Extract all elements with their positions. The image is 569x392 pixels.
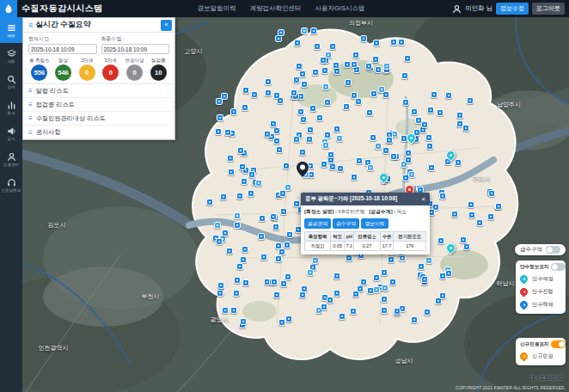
edit-info-button[interactable]: 정보수정 bbox=[496, 3, 529, 15]
station-marker[interactable] bbox=[463, 243, 470, 250]
station-marker[interactable] bbox=[339, 313, 346, 320]
station-marker[interactable] bbox=[439, 273, 446, 279]
station-marker[interactable] bbox=[467, 97, 474, 104]
station-marker[interactable] bbox=[375, 66, 382, 73]
station-marker[interactable] bbox=[273, 291, 280, 298]
station-marker[interactable] bbox=[431, 91, 437, 98]
station-marker[interactable] bbox=[248, 171, 255, 178]
station-marker[interactable] bbox=[390, 153, 397, 160]
collapse-panel-button[interactable]: « bbox=[161, 20, 172, 31]
station-marker[interactable] bbox=[234, 222, 241, 229]
outage-toggle[interactable] bbox=[551, 263, 566, 271]
station-marker[interactable] bbox=[418, 263, 425, 270]
station-marker[interactable] bbox=[329, 43, 336, 50]
station-marker[interactable] bbox=[321, 161, 327, 168]
station-marker[interactable] bbox=[215, 128, 222, 135]
popup-action-button[interactable]: 경보이력 bbox=[361, 218, 388, 229]
station-marker[interactable] bbox=[366, 109, 373, 116]
station-marker[interactable] bbox=[327, 297, 333, 303]
station-marker[interactable] bbox=[381, 269, 388, 276]
station-marker[interactable] bbox=[324, 132, 331, 138]
station-marker[interactable] bbox=[401, 72, 408, 79]
station-marker[interactable] bbox=[488, 190, 495, 197]
station-marker[interactable] bbox=[314, 43, 321, 50]
station-marker[interactable] bbox=[370, 90, 377, 97]
station-marker[interactable] bbox=[388, 256, 395, 263]
station-marker[interactable] bbox=[455, 159, 462, 166]
station-marker[interactable] bbox=[224, 129, 231, 136]
station-marker[interactable] bbox=[306, 136, 313, 143]
station-marker[interactable] bbox=[259, 215, 266, 222]
station-marker[interactable] bbox=[373, 286, 380, 293]
station-marker[interactable] bbox=[294, 40, 301, 46]
station-marker[interactable] bbox=[329, 163, 336, 170]
station-marker[interactable] bbox=[217, 290, 223, 297]
sidebar-item-민원관리[interactable]: 민원관리 bbox=[0, 146, 22, 172]
station-marker[interactable] bbox=[402, 99, 409, 106]
station-marker[interactable] bbox=[462, 125, 469, 132]
station-marker[interactable] bbox=[322, 83, 329, 90]
station-marker[interactable] bbox=[242, 104, 248, 111]
nav-item[interactable]: 사용자GIS시스템 bbox=[315, 4, 365, 13]
station-marker[interactable] bbox=[240, 318, 247, 325]
station-marker[interactable] bbox=[468, 201, 474, 208]
station-marker[interactable] bbox=[451, 211, 458, 217]
station-marker[interactable] bbox=[421, 276, 428, 283]
station-marker[interactable] bbox=[300, 116, 307, 123]
station-marker[interactable] bbox=[299, 291, 306, 298]
station-marker[interactable] bbox=[222, 230, 229, 236]
station-marker[interactable] bbox=[242, 279, 249, 286]
station-marker[interactable] bbox=[437, 237, 444, 244]
station-marker[interactable] bbox=[322, 142, 329, 149]
station-marker[interactable] bbox=[367, 164, 374, 171]
station-marker[interactable] bbox=[307, 269, 314, 276]
station-marker[interactable] bbox=[234, 277, 241, 284]
station-marker[interactable] bbox=[316, 114, 323, 121]
complaint-toggle[interactable] bbox=[551, 340, 566, 348]
station-marker[interactable] bbox=[487, 213, 494, 220]
station-marker[interactable] bbox=[495, 203, 502, 210]
station-marker[interactable] bbox=[404, 55, 411, 62]
station-marker[interactable] bbox=[321, 303, 327, 310]
station-marker[interactable] bbox=[240, 256, 247, 263]
station-marker[interactable] bbox=[273, 92, 280, 99]
station-marker[interactable] bbox=[344, 61, 351, 68]
close-icon[interactable]: × bbox=[419, 196, 427, 203]
station-marker[interactable] bbox=[272, 224, 279, 230]
station-marker[interactable] bbox=[242, 246, 248, 253]
station-marker[interactable] bbox=[424, 309, 431, 315]
station-marker[interactable] bbox=[476, 219, 483, 226]
station-marker[interactable] bbox=[283, 162, 290, 169]
station-marker[interactable] bbox=[279, 190, 286, 197]
station-marker[interactable] bbox=[237, 147, 244, 154]
station-marker[interactable] bbox=[386, 137, 393, 144]
station-marker[interactable] bbox=[248, 190, 254, 197]
station-marker[interactable] bbox=[324, 99, 331, 106]
station-marker[interactable] bbox=[271, 279, 278, 285]
station-marker[interactable] bbox=[365, 63, 372, 70]
station-marker[interactable] bbox=[389, 279, 396, 285]
sidebar-item-공지[interactable]: 공지 bbox=[0, 120, 22, 146]
station-marker[interactable] bbox=[285, 315, 292, 322]
station-marker[interactable] bbox=[230, 307, 237, 314]
station-marker[interactable] bbox=[425, 257, 432, 264]
station-marker[interactable] bbox=[390, 39, 397, 46]
station-marker[interactable] bbox=[408, 171, 415, 178]
station-marker[interactable] bbox=[258, 233, 265, 240]
station-marker[interactable] bbox=[381, 307, 388, 314]
station-marker[interactable] bbox=[276, 146, 283, 153]
station-marker[interactable] bbox=[378, 86, 385, 93]
station-marker[interactable] bbox=[321, 67, 328, 74]
nav-item[interactable]: 계량검사확인센터 bbox=[250, 4, 302, 13]
station-marker[interactable] bbox=[333, 62, 340, 69]
station-marker[interactable] bbox=[278, 29, 284, 36]
station-marker[interactable] bbox=[280, 208, 287, 215]
station-marker[interactable] bbox=[337, 165, 344, 172]
station-marker[interactable] bbox=[265, 78, 272, 85]
station-marker[interactable] bbox=[270, 213, 277, 220]
station-marker[interactable] bbox=[360, 279, 367, 285]
station-marker[interactable] bbox=[301, 81, 308, 88]
panel-list-item[interactable]: ≡ 알람 리스트 bbox=[23, 84, 174, 98]
station-marker[interactable] bbox=[242, 87, 249, 94]
popup-action-button[interactable]: 급수구역 bbox=[333, 218, 359, 229]
